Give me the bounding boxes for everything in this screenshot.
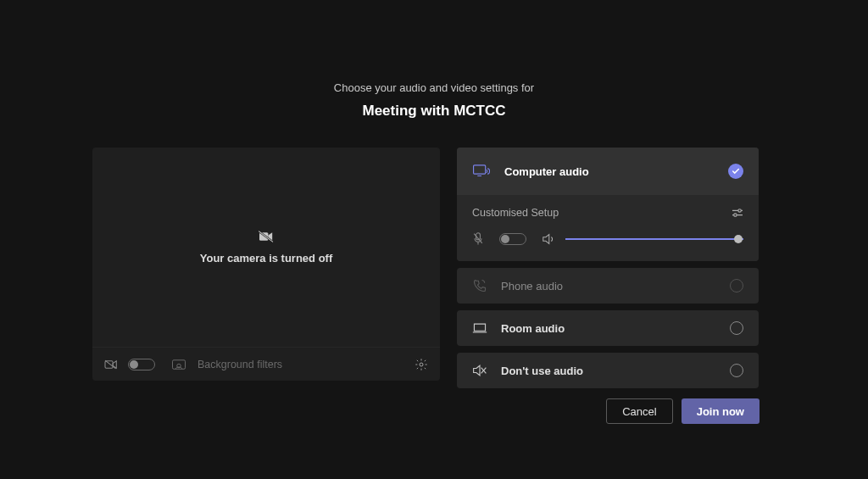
join-now-button[interactable]: Join now: [682, 398, 760, 424]
page-title: Meeting with MCTCC: [0, 103, 868, 120]
audio-option-none-label: Don't use audio: [501, 365, 716, 377]
svg-point-7: [420, 363, 423, 366]
customised-setup-section: Customised Setup: [457, 195, 759, 261]
video-controls-bar: Background filters: [92, 347, 440, 381]
camera-off-label: Your camera is turned off: [200, 252, 333, 265]
mic-volume-row: [472, 232, 743, 246]
main-panels: Your camera is turned off: [92, 148, 759, 388]
background-filters-button[interactable]: Background filters: [198, 359, 282, 370]
svg-point-12: [734, 214, 737, 216]
volume-control: [542, 233, 743, 245]
customised-setup-header: Customised Setup: [472, 207, 743, 219]
svg-rect-8: [474, 165, 486, 174]
header-subtitle: Choose your audio and video settings for: [0, 81, 868, 94]
radio-checked-icon: [728, 164, 743, 179]
volume-slider-thumb[interactable]: [734, 235, 743, 243]
video-preview-area: Your camera is turned off: [92, 148, 440, 347]
radio-unchecked-icon: [730, 364, 743, 377]
settings-sliders-icon[interactable]: [732, 208, 743, 218]
audio-computer-group: Computer audio Customised Setup: [457, 148, 759, 261]
audio-option-room-label: Room audio: [501, 322, 716, 335]
header: Choose your audio and video settings for…: [0, 0, 868, 120]
speaker-icon: [542, 233, 555, 245]
camera-off-icon: [258, 230, 275, 243]
svg-point-11: [738, 209, 741, 212]
radio-unchecked-icon: [730, 321, 743, 335]
volume-slider[interactable]: [565, 238, 743, 240]
camera-toggle-icon[interactable]: [103, 356, 120, 373]
audio-option-phone: Phone audio: [457, 268, 759, 304]
radio-unchecked-icon: [730, 279, 743, 292]
background-filters-icon[interactable]: [170, 356, 187, 373]
footer-buttons: Cancel Join now: [606, 398, 760, 424]
audio-option-computer-label: Computer audio: [504, 165, 715, 178]
mic-toggle[interactable]: [499, 233, 526, 245]
audio-panel: Computer audio Customised Setup: [457, 148, 759, 388]
audio-option-none[interactable]: Don't use audio: [457, 353, 759, 388]
device-settings-button[interactable]: [413, 356, 430, 373]
svg-rect-3: [105, 360, 113, 367]
audio-option-room[interactable]: Room audio: [457, 310, 759, 346]
camera-toggle-knob: [130, 360, 138, 369]
svg-line-4: [105, 360, 116, 369]
audio-option-computer[interactable]: Computer audio: [457, 148, 759, 195]
mic-off-icon[interactable]: [472, 232, 484, 246]
no-audio-icon: [472, 364, 487, 377]
customised-setup-label: Customised Setup: [472, 207, 559, 219]
audio-option-phone-label: Phone audio: [501, 280, 716, 292]
computer-audio-icon: [472, 164, 491, 179]
camera-toggle[interactable]: [128, 359, 155, 370]
room-audio-icon: [472, 321, 487, 335]
phone-audio-icon: [472, 278, 487, 293]
video-panel: Your camera is turned off: [92, 148, 440, 381]
mic-toggle-knob: [501, 235, 509, 243]
prejoin-screen: Choose your audio and video settings for…: [0, 0, 868, 479]
cancel-button[interactable]: Cancel: [606, 398, 672, 424]
